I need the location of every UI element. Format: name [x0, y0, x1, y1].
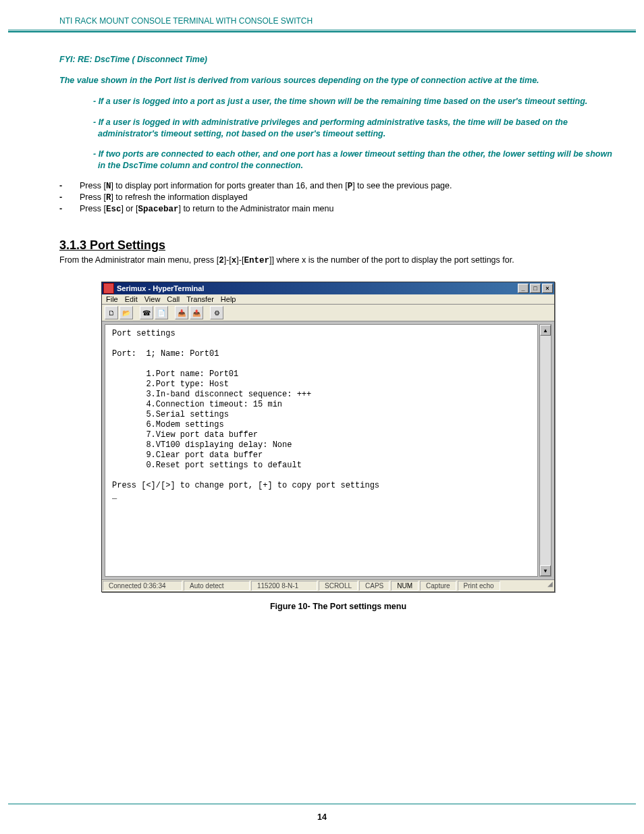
scroll-up-icon[interactable]: ▲ [540, 325, 551, 336]
key: Spacebar [138, 205, 178, 214]
tool-open-icon[interactable]: 📂 [119, 306, 133, 319]
action-text: Press [N] to display port information fo… [80, 181, 452, 191]
fyi-item: - If two ports are connected to each oth… [93, 149, 617, 172]
maximize-button[interactable]: □ [530, 284, 541, 293]
menu-bar: File Edit View Call Transfer Help [102, 294, 554, 305]
key: P [348, 182, 353, 191]
scroll-down-icon[interactable]: ▼ [540, 565, 551, 576]
status-num: NUM [391, 581, 419, 591]
fyi-item-text: If a user is logged into a port as just … [99, 97, 588, 106]
fyi-list: - If a user is logged into a port as jus… [93, 96, 617, 172]
action-text: Press [R] to refresh the information dis… [80, 192, 248, 203]
key: Enter [244, 256, 269, 265]
status-capture: Capture [420, 581, 456, 591]
menu-edit[interactable]: Edit [125, 295, 138, 303]
tool-properties-icon[interactable]: ⚙ [210, 306, 223, 319]
tool-new-icon[interactable]: 🗋 [105, 306, 118, 319]
dash-icon: - [59, 192, 80, 202]
fyi-item-text: If two ports are connected to each other… [98, 149, 612, 170]
fyi-lead: The value shown in the Port list is deri… [59, 75, 617, 86]
toolbar-separator [134, 306, 138, 318]
fyi-title: FYI: RE: DscTime ( Disconnect Time) [59, 54, 617, 66]
vertical-scrollbar[interactable]: ▲ ▼ [539, 324, 552, 577]
menu-help[interactable]: Help [221, 295, 236, 303]
status-connected-time: Connected 0:36:34 [103, 581, 182, 591]
app-icon [103, 283, 114, 294]
page-number: 14 [0, 812, 644, 822]
status-printecho: Print echo [458, 581, 500, 591]
section-heading: 3.1.3 Port Settings [59, 238, 617, 253]
tool-send-icon[interactable]: 📥 [175, 306, 188, 319]
action-text: Press [Esc] or [Spacebar] to return to t… [80, 204, 333, 214]
key: 2 [219, 256, 224, 265]
minimize-button[interactable]: _ [518, 284, 529, 293]
dash-icon: - [59, 181, 80, 190]
fyi-item: - If a user is logged in with administra… [93, 117, 617, 140]
dash-icon: - [59, 204, 80, 213]
status-caps: CAPS [359, 581, 390, 591]
action-item: - Press [Esc] or [Spacebar] to return to… [59, 204, 617, 214]
menu-call[interactable]: Call [167, 295, 180, 303]
status-autodetect: Auto detect [184, 581, 250, 591]
menu-file[interactable]: File [106, 295, 118, 303]
page-content: FYI: RE: DscTime ( Disconnect Time) The … [59, 54, 617, 611]
figure-caption: Figure 10- The Port settings menu [59, 602, 617, 611]
window-titlebar[interactable]: Serimux - HyperTerminal _ □ × [102, 282, 554, 294]
resize-grip-icon[interactable]: ◢ [542, 580, 554, 592]
fyi-block: FYI: RE: DscTime ( Disconnect Time) The … [59, 54, 617, 172]
status-connection: 115200 8-N-1 [251, 581, 317, 591]
header-rule [8, 30, 636, 32]
status-bar: Connected 0:36:34 Auto detect 115200 8-N… [102, 579, 554, 592]
action-item: - Press [R] to refresh the information d… [59, 192, 617, 203]
section-intro: From the Administrator main menu, press … [59, 255, 617, 265]
status-scroll: SCROLL [319, 581, 358, 591]
fyi-item: - If a user is logged into a port as jus… [93, 96, 617, 107]
tool-receive-icon[interactable]: 📤 [190, 306, 203, 319]
window-title: Serimux - HyperTerminal [117, 284, 516, 292]
action-list: - Press [N] to display port information … [59, 181, 617, 214]
toolbar: 🗋 📂 ☎ 📄 📥 📤 ⚙ [102, 305, 554, 321]
tool-call-icon[interactable]: ☎ [140, 306, 153, 319]
running-header: NTI RACK MOUNT CONSOLE TERMINAL WITH CON… [59, 16, 313, 26]
tool-hangup-icon[interactable]: 📄 [155, 306, 168, 319]
toolbar-separator [205, 306, 209, 318]
hyperterminal-window: Serimux - HyperTerminal _ □ × File Edit … [101, 282, 555, 592]
terminal-output[interactable]: Port settings Port: 1; Name: Port01 1.Po… [105, 324, 538, 577]
action-item: - Press [N] to display port information … [59, 181, 617, 191]
toolbar-separator [169, 306, 173, 318]
close-button[interactable]: × [542, 284, 553, 293]
fyi-item-text: If a user is logged in with administrati… [98, 118, 568, 138]
footer-rule [8, 804, 636, 804]
menu-transfer[interactable]: Transfer [186, 295, 214, 303]
menu-view[interactable]: View [144, 295, 161, 303]
client-area: Port settings Port: 1; Name: Port01 1.Po… [102, 321, 554, 579]
key: Esc [106, 205, 122, 214]
